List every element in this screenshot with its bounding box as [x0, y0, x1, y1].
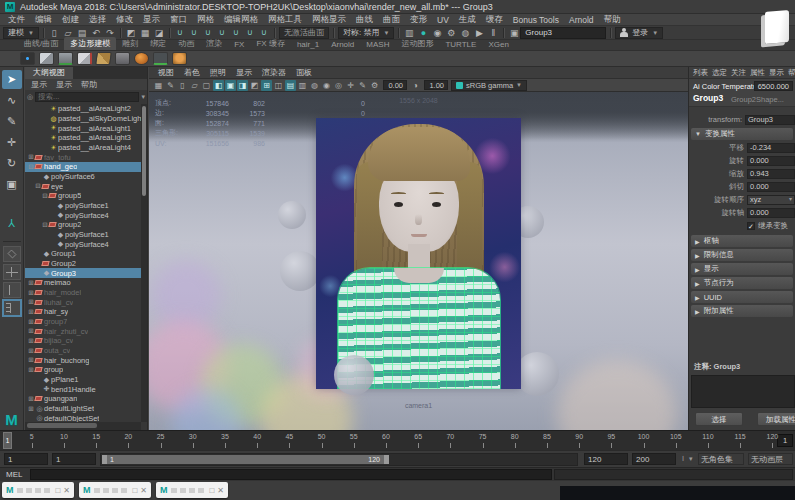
- menu-item[interactable]: 曲线: [351, 14, 378, 26]
- outliner-item[interactable]: ◆Group3: [25, 268, 141, 278]
- mel-label[interactable]: MEL: [6, 470, 22, 479]
- outliner-item[interactable]: ⊟hand_geo: [25, 162, 141, 172]
- render-settings-icon[interactable]: ⚙: [445, 27, 457, 39]
- outliner-item[interactable]: ⊞◎defaultLightSet: [25, 404, 141, 414]
- shelf-tab[interactable]: 渲染: [200, 37, 228, 50]
- motion-blur-icon[interactable]: ◫: [273, 80, 284, 91]
- auto-key-icon[interactable]: Ⅰ: [682, 455, 684, 463]
- center-pivot-icon[interactable]: [58, 52, 73, 65]
- animation-start-field[interactable]: 1: [4, 453, 48, 465]
- outliner-item[interactable]: ◆Group1: [25, 249, 141, 259]
- shelf-tab[interactable]: TURTLE: [439, 39, 482, 50]
- shelf-tab[interactable]: 雕刻: [116, 37, 144, 50]
- hypershade-icon[interactable]: ◍: [459, 27, 471, 39]
- close-button[interactable]: ✕: [63, 486, 70, 495]
- expander-icon[interactable]: ⊟: [34, 182, 42, 190]
- outliner-menu-item[interactable]: 显示: [31, 79, 47, 90]
- menu-item[interactable]: 编辑网格: [219, 14, 263, 26]
- ep-curve-tool-icon[interactable]: [20, 52, 35, 65]
- viewport-menu-item[interactable]: 视图: [154, 67, 178, 78]
- menu-item[interactable]: 显示: [138, 14, 165, 26]
- section-header[interactable]: ▶节点行为: [691, 277, 793, 289]
- move-tool[interactable]: ✛: [2, 133, 22, 152]
- menu-item[interactable]: 变形: [405, 14, 432, 26]
- playback-range-bar[interactable]: 1 120: [102, 455, 389, 464]
- chevron-down-icon[interactable]: ▾: [689, 455, 693, 463]
- playback-end-field[interactable]: 120: [584, 453, 628, 465]
- highlight-selection-icon[interactable]: ▣: [508, 27, 520, 39]
- outliner-item[interactable]: ⊞meimao: [25, 278, 141, 288]
- outliner-item[interactable]: ⊞liuhai_cv: [25, 297, 141, 307]
- menu-item[interactable]: 缓存: [481, 14, 508, 26]
- rotate-order-dropdown[interactable]: xyz▾: [747, 195, 795, 205]
- close-button[interactable]: ✕: [140, 486, 147, 495]
- scrollbar-thumb[interactable]: [142, 106, 146, 196]
- attribute-editor-menu-item[interactable]: 帮助: [788, 68, 795, 78]
- duplicate-special-icon[interactable]: [39, 52, 54, 65]
- outliner-item[interactable]: ⊞hair_zhuti_cv: [25, 326, 141, 336]
- outliner-vertical-scrollbar[interactable]: [141, 104, 147, 422]
- lasso-select-tool[interactable]: ∿: [2, 91, 22, 110]
- scale-tool[interactable]: ▣: [2, 175, 22, 194]
- ae-button[interactable]: 选择: [695, 412, 743, 426]
- snap-to-view-plane-icon[interactable]: ∪: [230, 27, 242, 39]
- shelf-tab[interactable]: 多边形建模: [64, 37, 116, 50]
- outliner-item[interactable]: ⊞guangpan: [25, 394, 141, 404]
- expander-icon[interactable]: ⊞: [27, 298, 35, 306]
- outliner-item[interactable]: ⊟group5: [25, 191, 141, 201]
- tab-group3[interactable]: Group3: [693, 93, 723, 103]
- menu-item[interactable]: 网格显示: [307, 14, 351, 26]
- rotate-tool[interactable]: ↻: [2, 154, 22, 173]
- menu-item[interactable]: UV: [432, 15, 454, 25]
- exposure-field[interactable]: 0.00: [383, 80, 407, 90]
- shelf-tab[interactable]: 动画: [172, 37, 200, 50]
- minimized-maya-window-2[interactable]: M□✕: [79, 482, 151, 498]
- range-start-handle[interactable]: [102, 455, 107, 464]
- menu-item[interactable]: 网格: [192, 14, 219, 26]
- outliner-item[interactable]: ☀pasted__aiAreaLight2: [25, 104, 141, 114]
- section-header[interactable]: ▶显示: [691, 263, 793, 275]
- outliner-item[interactable]: ◎defaultObjectSet: [25, 414, 141, 423]
- section-header[interactable]: ▶附加属性: [691, 305, 793, 317]
- range-end-handle[interactable]: [384, 455, 389, 464]
- select-tool[interactable]: ➤: [2, 70, 22, 89]
- outliner-item[interactable]: ☀pasted__aiAreaLight1: [25, 123, 141, 133]
- transform-name-field[interactable]: Group3: [745, 115, 795, 125]
- outliner-menu-item[interactable]: 显示: [56, 79, 72, 90]
- outliner-item[interactable]: ◆polySurface6: [25, 172, 141, 182]
- outliner-item[interactable]: ⊟group2: [25, 220, 141, 230]
- measure-distance-icon[interactable]: [153, 52, 168, 65]
- minimized-maya-window-1[interactable]: M□✕: [2, 482, 74, 498]
- attribute-editor-menu-item[interactable]: 选定: [712, 68, 727, 78]
- viewport-menu-item[interactable]: 照明: [206, 67, 230, 78]
- attribute-field[interactable]: 0.000: [747, 182, 795, 192]
- outliner-item[interactable]: ⊞group7: [25, 317, 141, 327]
- shelf-tab[interactable]: FX 缓存: [250, 37, 290, 50]
- textured-icon[interactable]: ▣: [225, 80, 236, 91]
- outliner-item[interactable]: ◍pasted__aiSkyDomeLight1: [25, 114, 141, 124]
- anim-layer-dropdown[interactable]: 无动画层: [748, 453, 793, 465]
- sign-in-dropdown[interactable]: 登录 ▼: [615, 27, 663, 39]
- menu-item[interactable]: 创建: [57, 14, 84, 26]
- viewport-menu-item[interactable]: 显示: [232, 67, 256, 78]
- grease-pencil-icon[interactable]: ✎: [357, 80, 368, 91]
- gamma-field[interactable]: 1.00: [424, 80, 448, 90]
- menu-item[interactable]: 帮助: [599, 14, 626, 26]
- attribute-editor-menu-item[interactable]: 关注: [731, 68, 746, 78]
- polygon-plane-icon[interactable]: [95, 52, 112, 65]
- outliner-item[interactable]: ⊞bijiao_cv: [25, 336, 141, 346]
- gamma-icon[interactable]: ◑: [410, 80, 421, 91]
- shelf-tab[interactable]: XGen: [482, 39, 514, 50]
- current-frame-marker[interactable]: 1: [3, 432, 12, 449]
- outliner-horizontal-scrollbar[interactable]: [25, 422, 141, 430]
- tab-group2shape[interactable]: Group2Shape...: [731, 95, 784, 104]
- playback-start-field[interactable]: 1: [52, 453, 96, 465]
- attribute-editor-menu-item[interactable]: 列表: [693, 68, 708, 78]
- chevron-down-icon[interactable]: ▾: [141, 93, 145, 101]
- outliner-item[interactable]: ⊞hair_model: [25, 288, 141, 298]
- shelf-tab[interactable]: 绑定: [144, 37, 172, 50]
- field-chart-icon[interactable]: ✛: [345, 80, 356, 91]
- attribute-editor-menu-item[interactable]: 属性: [750, 68, 765, 78]
- menu-item[interactable]: Arnold: [564, 15, 599, 25]
- outliner-item[interactable]: ✚bend1Handle: [25, 384, 141, 394]
